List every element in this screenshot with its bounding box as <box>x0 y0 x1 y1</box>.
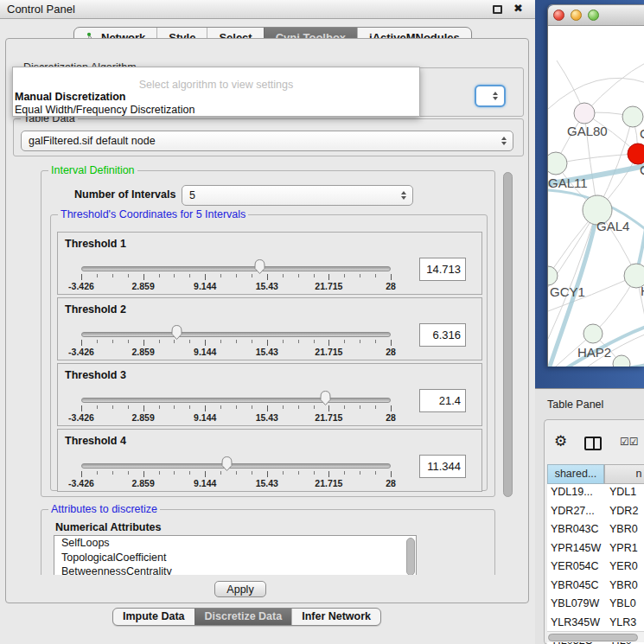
table-row[interactable]: YPR145WYPR1 <box>547 540 644 559</box>
node-label: H <box>641 284 644 298</box>
table-row[interactable]: YLR345WYLR3 <box>547 615 644 634</box>
cell-name: YBR0 <box>609 579 638 591</box>
threshold-slider-track[interactable] <box>81 266 391 271</box>
node-label: G <box>640 126 644 141</box>
threshold-slider-thumb[interactable] <box>319 390 332 406</box>
node-table: shared... n YDL19...YDL1YDR27...YDR2YBR0… <box>547 464 644 644</box>
threshold-slider-thumb[interactable] <box>170 324 183 341</box>
num-intervals-combo[interactable]: 5 <box>182 185 413 206</box>
table-row[interactable]: YBL079WYBL0 <box>547 596 644 615</box>
threshold-value-field[interactable] <box>419 258 466 281</box>
threshold-slider-track[interactable] <box>81 398 391 403</box>
combo-stepper-icon <box>493 92 498 100</box>
table-data-combo[interactable]: galFiltered.sif default node <box>21 131 513 151</box>
cell-name: YDL1 <box>609 486 636 498</box>
network-node-gal80[interactable] <box>574 103 595 124</box>
interval-definition-title: Interval Definition <box>48 164 137 176</box>
network-node-g[interactable] <box>622 106 643 127</box>
popup-option-manual-discretization[interactable]: Manual Discretization <box>15 91 126 103</box>
cell-name: YDR2 <box>609 505 638 517</box>
table-row[interactable]: YDR27...YDR2 <box>547 503 644 522</box>
network-graph[interactable]: GAL80GCGAL11GAL4GCY1HHAP2 <box>548 26 644 367</box>
settings-scroll-area: Interval Definition Number of Intervals … <box>13 160 518 575</box>
scrollbar-thumb[interactable] <box>548 634 638 641</box>
numerical-attributes-list[interactable]: SelfLoopsTopologicalCoefficientBetweenne… <box>54 535 417 575</box>
node-label: GCY1 <box>550 284 585 299</box>
table-row[interactable]: YER054CYER0 <box>547 558 644 577</box>
table-row[interactable]: YBR043CYBR0 <box>547 521 644 540</box>
table-panel-title: Table Panel <box>547 399 603 411</box>
attributes-list-scrollbar[interactable] <box>406 538 415 575</box>
algorithm-dropdown-popup: Select algorithm to view settings Manual… <box>12 67 420 117</box>
threshold-slider-thumb[interactable] <box>253 258 266 275</box>
thresholds-group: Threshold's Coordinates for 5 Intervals … <box>50 214 488 491</box>
threshold-label: Threshold 1 <box>65 238 126 250</box>
popup-option-equal-width-frequency[interactable]: Equal Width/Frequency Discretization <box>15 104 194 116</box>
slider-tick-labels: -3.4262.8599.14415.4321.71528 <box>58 478 481 488</box>
threshold-value-field[interactable] <box>419 323 466 347</box>
gear-icon[interactable]: ⚙ <box>554 432 567 450</box>
table-panel: Table Panel ⚙ ☑☑ shared... n YDL19...YDL… <box>535 388 644 644</box>
network-view-window: GAL80GCGAL11GAL4GCY1HHAP2 <box>547 4 644 367</box>
threshold-value-field[interactable] <box>419 389 466 412</box>
zoom-traffic-light-icon[interactable] <box>588 10 599 21</box>
threshold-panel: Threshold 1 -3.4262.8599.14415.4321.7152… <box>57 232 482 295</box>
algorithm-combo[interactable] <box>475 85 506 107</box>
slider-ticks <box>58 340 481 347</box>
cell-name: YBR0 <box>609 523 638 535</box>
cell-shared-name: YDR27... <box>551 505 595 517</box>
bottom-tab-discretize-data[interactable]: Discretize Data <box>194 609 292 625</box>
column-header-name[interactable]: n <box>604 464 644 484</box>
network-canvas[interactable]: GAL80GCGAL11GAL4GCY1HHAP2 <box>548 26 644 367</box>
screen: Control Panel ✖ NetworkStyleSelectCyni T… <box>0 0 644 644</box>
thresholds-group-title: Threshold's Coordinates for 5 Intervals <box>58 208 248 220</box>
network-window-titlebar[interactable] <box>548 5 644 26</box>
split-column-icon[interactable] <box>584 437 602 450</box>
bottom-tab-impute-data[interactable]: Impute Data <box>113 609 194 625</box>
table-data-combo-value: galFiltered.sif default node <box>29 131 156 150</box>
threshold-label: Threshold 3 <box>65 369 126 381</box>
cell-shared-name: YDL19... <box>551 486 593 498</box>
slider-ticks <box>58 405 481 412</box>
slider-tick-labels: -3.4262.8599.14415.4321.71528 <box>58 281 481 291</box>
table-row[interactable]: YDL19...YDL1 <box>547 484 644 503</box>
close-traffic-light-icon[interactable] <box>553 10 564 21</box>
network-node-hap2[interactable] <box>583 324 603 343</box>
cell-shared-name: YER054C <box>551 560 599 572</box>
table-data-group: Table Data galFiltered.sif default node <box>13 118 524 156</box>
network-node-gal11[interactable] <box>548 152 567 175</box>
slider-tick-labels: -3.4262.8599.14415.4321.71528 <box>58 347 481 357</box>
minimize-traffic-light-icon[interactable] <box>571 10 582 21</box>
settings-scrollbar[interactable] <box>503 172 513 497</box>
network-edge <box>548 78 644 109</box>
bottom-tab-infer-network[interactable]: Infer Network <box>291 609 380 625</box>
node-label: HAP2 <box>577 345 611 360</box>
column-header-shared-name[interactable]: shared... <box>547 464 604 484</box>
attribute-item[interactable]: TopologicalCoefficient <box>54 551 416 565</box>
threshold-value-field[interactable] <box>419 455 466 478</box>
checkbox-icons[interactable]: ☑☑ <box>620 436 639 448</box>
threshold-slider-thumb[interactable] <box>220 456 233 472</box>
close-icon[interactable]: ✖ <box>513 2 523 15</box>
slider-ticks <box>58 471 481 478</box>
table-row[interactable]: YBR045CYBR0 <box>547 577 644 596</box>
cell-shared-name: YPR145W <box>551 542 601 554</box>
combo-stepper-icon <box>501 137 507 145</box>
network-edge <box>556 154 638 163</box>
network-node-c[interactable] <box>628 143 644 164</box>
cell-name: YPR1 <box>609 542 638 554</box>
attribute-items: SelfLoopsTopologicalCoefficientBetweenne… <box>54 536 416 575</box>
threshold-slider-track[interactable] <box>81 463 391 469</box>
table-horizontal-scrollbar[interactable] <box>547 631 644 642</box>
slider-ticks <box>58 274 481 281</box>
attribute-item[interactable]: SelfLoops <box>54 536 416 551</box>
network-node-gcy1[interactable] <box>548 266 558 285</box>
number-of-intervals-label: Number of Intervals <box>74 188 175 201</box>
table-panel-body: ⚙ ☑☑ shared... n YDL19...YDL1YDR27...YDR… <box>544 419 644 644</box>
apply-button[interactable]: Apply <box>214 581 266 597</box>
num-intervals-value: 5 <box>189 186 195 205</box>
attribute-item[interactable]: BetweennessCentrality <box>54 564 416 575</box>
float-window-icon[interactable] <box>493 5 502 14</box>
threshold-slider-track[interactable] <box>81 332 391 337</box>
interval-definition-group: Interval Definition Number of Intervals … <box>41 170 495 497</box>
